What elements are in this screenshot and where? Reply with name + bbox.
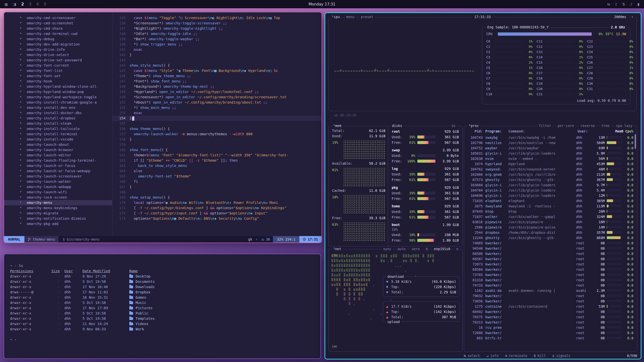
editor-pane[interactable]: 135 case $(menu "Toggle" "▢ Screensaver\… (112, 12, 321, 236)
footer-key-select[interactable]: ↹select (464, 354, 480, 358)
process-row[interactable]: 102638nvimnvim --embed .dhh56M0.0 (467, 156, 633, 161)
sidebar-file-item[interactable]: *omarchy-install-dev-env (4, 105, 112, 110)
prompt-line[interactable]: ~ › (10, 337, 320, 342)
sidebar-file-item[interactable]: *omarchy-hyprland-window-close-all (4, 84, 112, 89)
net-sync-toggle[interactable]: sync (382, 247, 393, 251)
proc-header-command[interactable]: Command: (508, 129, 578, 133)
proc-header-user[interactable]: User: (578, 129, 593, 133)
preset-button[interactable]: preset (359, 15, 375, 19)
terminal-window[interactable]: ~ › ls PermissionsSizeUserDate ModifiedN… (4, 254, 321, 359)
proc-header-cpu[interactable]: Cpu% (623, 129, 633, 133)
volume-icon[interactable]: ♪ (630, 2, 632, 6)
process-row[interactable]: 102866org.gnom/usr/bin/gjs /usr/lib/odhh… (467, 172, 633, 177)
proc-header-pid[interactable]: Pid: (467, 129, 485, 133)
sidebar-file-item[interactable]: *omarchy-cmd-share (4, 26, 112, 31)
network-icon[interactable]: ⇅ (622, 2, 625, 6)
proc-header-program[interactable]: Program: (485, 129, 508, 133)
interval-increase-button[interactable]: + (630, 15, 635, 19)
process-row[interactable]: 105031glycin-i/usr/lib/glycin-loadersdhh… (467, 151, 633, 156)
sidebar-file-item[interactable]: *omarchy-migrate (4, 211, 112, 216)
sidebar-file-item[interactable]: *omarchy-launch-browser (4, 147, 112, 153)
sidebar-file-item[interactable]: *omarchy-cmd-terminal-cwd (4, 31, 112, 36)
process-row[interactable]: 102796nautilus/usr/bin/nautilus --newdhh… (467, 140, 633, 145)
process-row[interactable]: 72073kworker/root0B0.0 (467, 261, 633, 267)
process-row[interactable]: 68587kworker/root0B0.0 (467, 256, 633, 261)
process-row[interactable]: 71835elephantelephantdhh385M0.0 (467, 198, 633, 203)
workspace-switcher[interactable]: ▦◨2345 (5, 2, 46, 7)
process-row[interactable]: 87649btopbtopdhh26M0.0 (467, 209, 633, 214)
sidebar-file-item[interactable]: *omarchy-install-vscode (4, 137, 112, 142)
sidebar-file-item[interactable]: *omarchy-launch-editor (4, 153, 112, 158)
process-row[interactable]: 104784glycin-i/usr/lib/glycin-loadersdhh… (467, 188, 633, 193)
sidebar-file-item[interactable]: *omarchy-launch-floating-terminal- (4, 158, 112, 163)
system-tray[interactable]: ⇆ᛒ⇅♪▮ (607, 2, 639, 6)
sidebar-file-item[interactable]: *omarchy-menu (4, 200, 112, 205)
process-row[interactable]: 2544dropbox/home/dhh/.dropbox-distdhh357… (467, 230, 633, 235)
sidebar-file-item[interactable]: *omarchy-pkg-add (4, 221, 112, 227)
process-row[interactable]: 68586kworker/root0B0.0 (467, 251, 633, 256)
sidebar-file-item[interactable]: *omarchy-launch-or-focus-webapp (4, 168, 112, 174)
sidebar-file-item[interactable]: *omarchy-drive-select (4, 52, 112, 58)
sidebar-file-item[interactable]: *omarchy-hyprland-window-pop (4, 89, 112, 95)
menu-button[interactable]: menu (345, 15, 356, 19)
screencast-icon[interactable]: ⇆ (607, 2, 610, 6)
proc-cpu-lazy-toggle[interactable]: cpu lazy (615, 124, 634, 128)
process-row[interactable]: 104696glycin-i/usr/lib/glycin-loadersdhh… (467, 193, 633, 198)
sidebar-file-item[interactable]: *omarchy-install-terminal (4, 131, 112, 137)
sidebar-file-item[interactable]: *omarchy-hyprland-workspace-toggle (4, 95, 112, 100)
sidebar-file-item[interactable]: *omarchy-font-current (4, 63, 112, 68)
proc-header-memb[interactable]: MemB (593, 129, 623, 133)
workspace-2[interactable]: 2 (21, 2, 24, 7)
workspace-app-icon[interactable]: ▦ (5, 2, 8, 6)
workspace-app-icon[interactable]: ◨ (13, 2, 16, 6)
process-row[interactable]: 73703kworker/root0B0.0 (467, 272, 633, 277)
process-row[interactable]: 74869kworker/root0B0.0 (467, 240, 633, 246)
proc-per-core-toggle[interactable]: per-core (556, 124, 576, 128)
sidebar-file-item[interactable]: *omarchy-install-docker-dbs (4, 110, 112, 116)
sidebar-file-item[interactable]: *omarchy-launch-or-focus (4, 163, 112, 168)
footer-key-signals[interactable]: ssignals (552, 354, 571, 358)
net-zero-toggle[interactable]: zero (410, 247, 421, 251)
process-row[interactable]: 16rcu_preeroot0B0.0 (467, 325, 633, 330)
sidebar-file-item[interactable]: *omarchy-install-chromium-google-a (4, 100, 112, 105)
process-row[interactable]: 79032kworker/root0B0.0 (467, 293, 633, 298)
interval-decrease-button[interactable]: - (606, 15, 611, 19)
proc-tree-toggle[interactable]: tree (600, 124, 611, 128)
proc-reverse-toggle[interactable]: reverse (579, 124, 596, 128)
sidebar-file-item[interactable]: *omarchy-launch-walker (4, 179, 112, 184)
sidebar-file-item[interactable]: *omarchy-launch-about (4, 142, 112, 147)
sidebar-file-item[interactable]: *omarchy-dev-add-migration (4, 42, 112, 47)
process-row[interactable]: 73656kworker/root0B0.0 (467, 298, 633, 304)
process-row[interactable]: 76313kworker/root0B0.0 (467, 320, 633, 325)
sidebar-file-item[interactable]: *omarchy-debug (4, 36, 112, 42)
process-row[interactable]: 803btrfs-trroot0B0.0 (467, 335, 633, 341)
net-prev-key[interactable]: b (424, 247, 429, 251)
sidebar-file-item[interactable]: *omarchy-drive-info (4, 47, 112, 52)
process-row[interactable]: 71837walker/usr/bin/walker --gappldhh324… (467, 214, 633, 219)
sidebar-file-item[interactable]: *omarchy-notification-dismiss (4, 216, 112, 221)
process-row[interactable]: 103684glycin-i/usr/lib/glycin-loadersdhh… (467, 182, 633, 188)
process-scrollbar[interactable] (635, 134, 636, 149)
sidebar-file-item[interactable]: *omarchy-drive-set-password (4, 58, 112, 63)
sidebar-file-item[interactable]: *omarchy-launch-webapp (4, 184, 112, 190)
footer-key-info[interactable]: ↵info (487, 354, 499, 358)
sidebar-file-item[interactable]: *omarchy-install-tailscale (4, 126, 112, 131)
process-row[interactable]: 94540kworker/root0B0.0 (467, 246, 633, 251)
process-row[interactable]: 68584kworker/root0B0.0 (467, 267, 633, 272)
process-row[interactable]: 74733kworker/root0B0.0 (467, 283, 633, 288)
process-row[interactable]: 63816pipewire/usr/bin/pipewiredhh16M0.0 (467, 219, 633, 224)
sidebar-file-item[interactable]: *omarchy-cmd-screenshot (4, 21, 112, 26)
sidebar-file-item[interactable]: *omarchy-install-dropbox (4, 116, 112, 121)
process-row[interactable]: 104752waybar/usr/bin/waybardhh69M0.0 (467, 145, 633, 151)
sidebar-file-item[interactable]: *omarchy-lock-screen (4, 195, 112, 200)
sidebar-file-item[interactable]: *omarchy-font-list (4, 68, 112, 73)
net-auto-toggle[interactable]: auto (396, 247, 407, 251)
process-row[interactable]: 104743swaybg/usr/bin/swaybg -i /homdhh13… (467, 135, 633, 140)
process-row[interactable]: 72088kworker/root0B0.0 (467, 330, 633, 335)
process-row[interactable]: 81310kworker/root0B0.0 (467, 277, 633, 283)
sidebar-file-item[interactable]: *omarchy-cmd-screensaver (4, 15, 112, 21)
process-row[interactable]: 76575kworker/root0B0.0 (467, 314, 633, 320)
battery-icon[interactable]: ▮ (637, 2, 639, 6)
workspace-3[interactable]: 3 (29, 2, 31, 7)
net-next-key[interactable]: n (455, 247, 460, 251)
